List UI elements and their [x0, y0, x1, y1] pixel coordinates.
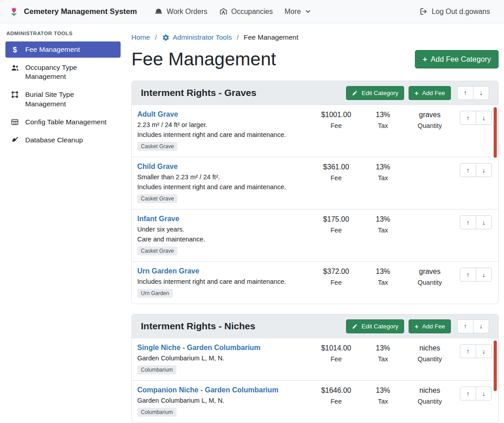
- fee-info: Infant Grave Under six years. Care and m…: [137, 215, 313, 255]
- fee-amount: $1001.00: [313, 111, 360, 119]
- add-fee-button[interactable]: + Add Fee: [409, 86, 451, 100]
- fee-move-down-button[interactable]: ↓: [476, 344, 492, 358]
- sidebar-item-burial-site-type-management[interactable]: Burial Site Type Management: [5, 86, 121, 112]
- sidebar-item-config-table-management[interactable]: Config Table Management: [5, 114, 121, 130]
- fee-actions: ↑ ↓: [453, 110, 492, 125]
- sidebar-item-label: Burial Site Type Management: [25, 90, 116, 108]
- plus-icon: +: [423, 55, 427, 63]
- category-move-up-button[interactable]: ↑: [457, 319, 473, 333]
- brand[interactable]: Cemetery Management System: [8, 6, 137, 18]
- fee-name-link[interactable]: Single Niche - Garden Columbarium: [137, 344, 261, 352]
- sidebar-item-occupancy-type-management[interactable]: Occupancy Type Management: [5, 59, 121, 85]
- add-fee-category-button[interactable]: + Add Fee Category: [415, 50, 499, 68]
- logout-button[interactable]: Log Out d.gowans: [414, 4, 496, 19]
- fee-amount-label: Fee: [313, 355, 360, 363]
- edit-category-button[interactable]: Edit Category: [346, 319, 404, 333]
- fee-description: Under six years.: [137, 226, 310, 233]
- fee-tax-col: 13% Tax: [360, 386, 406, 405]
- scrollbar-thumb[interactable]: [494, 341, 497, 391]
- category-move-up-button[interactable]: ↑: [457, 86, 473, 100]
- fee-tax: 13%: [360, 387, 406, 395]
- sidebar-item-label: Database Cleanup: [25, 136, 83, 145]
- vector-square-icon: [10, 91, 20, 99]
- sidebar-item-label: Fee Management: [25, 45, 80, 54]
- main-content: Home / Administrator Tools / Fee Managem…: [126, 23, 504, 423]
- fee-actions: ↑ ↓: [453, 267, 492, 282]
- fee-name-link[interactable]: Urn Garden Grave: [137, 267, 199, 275]
- sidebar: Administrator Tools $ Fee Management Occ…: [0, 23, 126, 156]
- fee-info: Adult Grave 2.23 m² / 24 ft² or larger. …: [137, 110, 313, 151]
- person-shelter-icon: [219, 7, 228, 16]
- breadcrumb-home-link[interactable]: Home: [131, 33, 150, 41]
- fee-info: Child Grave Smaller than 2.23 m² / 24 ft…: [137, 163, 313, 203]
- fee-tax-label: Tax: [360, 122, 406, 129]
- fee-category-card-graves: Interment Rights - Graves Edit Category …: [131, 81, 499, 304]
- fee-info: Urn Garden Grave Includes interment righ…: [137, 267, 313, 298]
- nav-item-occupancies[interactable]: Occupancies: [213, 4, 279, 19]
- fee-quantity: niches: [406, 344, 453, 352]
- fee-type-badge: Columbarium: [137, 408, 176, 417]
- nav-item-more[interactable]: More: [279, 4, 317, 19]
- breadcrumb-separator: /: [155, 33, 157, 41]
- nav-label: Work Orders: [166, 8, 207, 16]
- fee-amount: $361.00: [313, 163, 360, 171]
- fee-description: Includes interment right and care and ma…: [137, 131, 310, 138]
- fee-name-link[interactable]: Adult Grave: [137, 110, 178, 118]
- fee-type-badge: Columbarium: [137, 365, 176, 374]
- fee-type-badge: Casket Grave: [137, 142, 177, 151]
- category-move-down-button[interactable]: ↓: [473, 86, 489, 100]
- fee-move-up-button[interactable]: ↑: [460, 215, 476, 229]
- fee-type-badge: Urn Garden: [137, 289, 173, 298]
- arrow-down-icon: ↓: [482, 219, 486, 226]
- fee-type-badge: Casket Grave: [137, 194, 177, 203]
- fee-move-down-button[interactable]: ↓: [476, 163, 492, 177]
- fee-quantity: graves: [406, 111, 453, 119]
- button-label: Add Fee: [422, 90, 445, 96]
- fee-row: Infant Grave Under six years. Care and m…: [132, 209, 498, 261]
- fee-name-link[interactable]: Companion Niche - Garden Columbarium: [137, 386, 279, 394]
- fee-name-link[interactable]: Infant Grave: [137, 215, 179, 223]
- nav-item-work-orders[interactable]: Work Orders: [148, 4, 213, 19]
- breadcrumb-separator: /: [237, 33, 238, 41]
- arrow-up-icon: ↑: [467, 271, 470, 278]
- category-move-down-button[interactable]: ↓: [473, 319, 489, 333]
- fee-quantity-label: Quantity: [406, 398, 453, 405]
- arrow-down-icon: ↓: [482, 271, 486, 278]
- fee-move-up-button[interactable]: ↑: [460, 387, 476, 400]
- sidebar-item-database-cleanup[interactable]: Database Cleanup: [5, 132, 121, 148]
- fee-tax: 13%: [360, 268, 406, 276]
- sidebar-item-fee-management[interactable]: $ Fee Management: [5, 41, 121, 58]
- fee-move-down-button[interactable]: ↓: [476, 111, 492, 125]
- fee-description: Smaller than 2.23 m² / 24 ft².: [137, 173, 310, 181]
- fee-actions: ↑ ↓: [453, 344, 492, 358]
- fee-amount-label: Fee: [313, 279, 360, 286]
- fee-move-down-button[interactable]: ↓: [476, 387, 492, 400]
- sidebar-heading: Administrator Tools: [6, 31, 121, 36]
- scrollbar-thumb[interactable]: [494, 107, 497, 158]
- page-header: Fee Management + Add Fee Category: [131, 49, 499, 70]
- arrow-up-icon: ↑: [467, 219, 470, 226]
- fee-amount-label: Fee: [313, 122, 360, 129]
- fee-move-up-button[interactable]: ↑: [460, 268, 476, 282]
- arrow-down-icon: ↓: [482, 390, 486, 397]
- fee-move-up-button[interactable]: ↑: [460, 344, 476, 358]
- fee-amount-col: $1646.00 Fee: [313, 386, 360, 405]
- edit-category-button[interactable]: Edit Category: [346, 86, 404, 100]
- fee-move-up-button[interactable]: ↑: [460, 111, 476, 125]
- breadcrumb-admin-tools-link[interactable]: Administrator Tools: [162, 33, 232, 41]
- chevron-down-icon: [305, 8, 311, 15]
- fee-move-down-button[interactable]: ↓: [476, 215, 492, 229]
- fee-move-down-button[interactable]: ↓: [476, 268, 492, 282]
- add-fee-button[interactable]: + Add Fee: [409, 319, 451, 333]
- fee-tax-label: Tax: [360, 174, 406, 182]
- fee-name-link[interactable]: Child Grave: [137, 163, 178, 171]
- fee-amount-col: $175.00 Fee: [313, 215, 360, 234]
- arrow-down-icon: ↓: [482, 114, 486, 122]
- fee-move-up-button[interactable]: ↑: [460, 163, 476, 177]
- fee-amount-label: Fee: [313, 398, 360, 405]
- fee-quantity-label: Quantity: [406, 122, 453, 129]
- nav-label: More: [284, 8, 301, 16]
- button-label: Edit Category: [361, 323, 398, 330]
- fee-actions: ↑ ↓: [453, 386, 492, 400]
- arrow-up-icon: ↑: [467, 167, 470, 174]
